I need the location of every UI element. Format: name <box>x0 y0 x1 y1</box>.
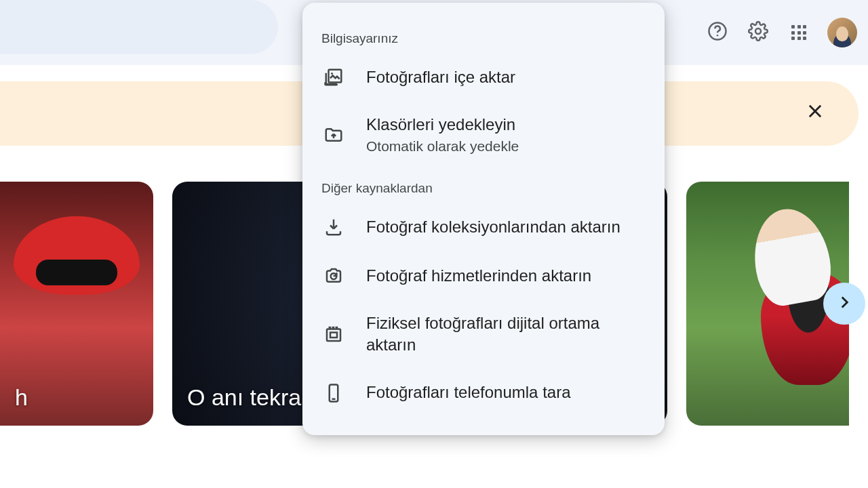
menu-item-sublabel: Otomatik olarak yedekle <box>366 137 519 156</box>
photo-stack-icon <box>321 65 346 89</box>
menu-item-label: Fiziksel fotoğrafları dijital ortama akt… <box>366 312 646 357</box>
phone-icon <box>321 381 346 405</box>
menu-item-label: Fotoğraf hizmetlerinden aktarın <box>366 265 591 287</box>
chevron-right-icon <box>835 293 853 314</box>
svg-point-4 <box>331 73 333 75</box>
menu-item-label: Fotoğraf koleksiyonlarından aktarın <box>366 216 620 238</box>
svg-point-2 <box>755 28 761 34</box>
account-avatar[interactable] <box>827 18 857 47</box>
help-icon <box>707 21 728 44</box>
banner-close-button[interactable] <box>800 99 830 129</box>
dropdown-section-label: Bilgisayarınız <box>302 19 665 53</box>
upload-dropdown: Bilgisayarınız Fotoğrafları içe aktar Kl… <box>302 3 665 435</box>
help-button[interactable] <box>701 16 734 49</box>
memory-card-caption: O anı tekra <box>187 384 301 411</box>
close-icon <box>806 102 825 125</box>
menu-item-label: Klasörleri yedekleyin <box>366 114 519 136</box>
film-roll-icon <box>321 322 346 346</box>
menu-item-from-collections[interactable]: Fotoğraf koleksiyonlarından aktarın <box>302 203 665 251</box>
menu-item-import-photos[interactable]: Fotoğrafları içe aktar <box>302 53 665 102</box>
folder-upload-icon <box>321 123 346 147</box>
apps-grid-icon <box>791 25 806 40</box>
settings-button[interactable] <box>742 16 774 49</box>
memory-card-caption: h <box>15 384 28 411</box>
carousel-next-button[interactable] <box>823 283 865 325</box>
search-input[interactable] <box>0 0 278 54</box>
menu-item-label: Fotoğrafları içe aktar <box>366 66 515 88</box>
svg-rect-3 <box>329 70 342 83</box>
menu-item-label: Fotoğrafları telefonumla tara <box>366 382 571 403</box>
svg-rect-6 <box>330 333 337 338</box>
menu-item-from-services[interactable]: Fotoğraf hizmetlerinden aktarın <box>302 251 665 300</box>
gear-icon <box>748 21 768 44</box>
menu-item-digitize-photos[interactable]: Fiziksel fotoğrafları dijital ortama akt… <box>302 300 665 369</box>
svg-point-1 <box>717 35 719 37</box>
download-icon <box>321 215 346 239</box>
svg-rect-5 <box>327 329 340 342</box>
dropdown-section-label: Diğer kaynaklardan <box>302 169 665 203</box>
camera-swap-icon <box>321 264 346 288</box>
menu-item-scan-with-phone[interactable]: Fotoğrafları telefonumla tara <box>302 369 665 418</box>
memory-card[interactable]: h <box>0 182 153 426</box>
menu-item-backup-folders[interactable]: Klasörleri yedekleyin Otomatik olarak ye… <box>302 102 665 169</box>
apps-button[interactable] <box>783 16 815 49</box>
